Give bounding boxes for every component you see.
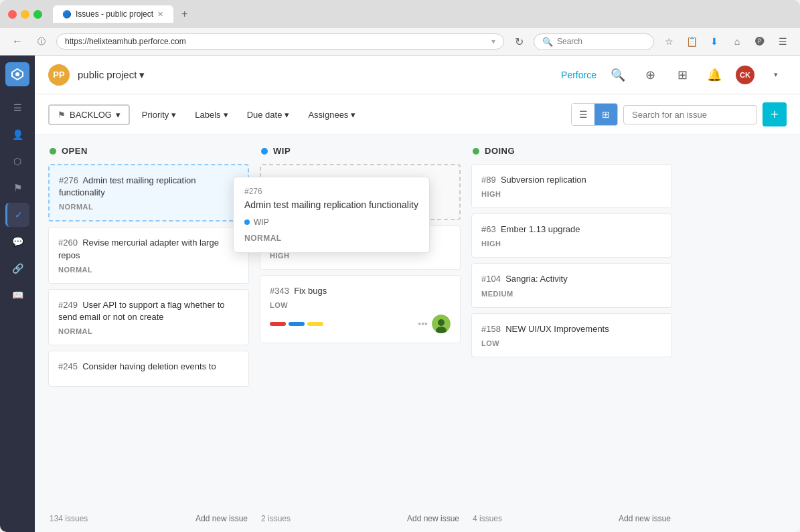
browser-search-icon: 🔍 [542,37,553,47]
card-249[interactable]: #249 User API to support a flag whether … [48,289,249,345]
card-89[interactable]: #89 Subversion replication HIGH [471,164,672,208]
grid-view-button[interactable]: ⊞ [594,104,617,125]
header-grid-button[interactable]: ⊞ [671,64,693,86]
header-add-button[interactable]: ⊕ [639,64,661,86]
due-date-filter-button[interactable]: Due date ▾ [240,106,297,124]
kanban-column-open: OPEN #276 Admin test mailing replication… [48,146,249,523]
card-104-priority: MEDIUM [481,290,662,298]
card-63[interactable]: #63 Ember 1.13 upgrade HIGH [471,213,672,258]
wip-issues-count: 2 issues [261,514,291,523]
card-343-options[interactable]: ••• [418,319,428,329]
card-158[interactable]: #158 NEW UI/UX Improvements LOW [471,313,672,357]
header-bell-button[interactable]: 🔔 [704,64,725,86]
doing-issues-count: 4 issues [473,514,502,523]
sidebar-logo[interactable] [5,62,29,86]
assignees-filter-button[interactable]: Assignees ▾ [301,106,362,124]
add-issue-button[interactable]: + [763,102,787,126]
sidebar-item-docs[interactable]: 📖 [5,283,29,307]
sidebar-item-flag[interactable]: ⚑ [5,176,29,200]
column-header-wip: WIP [260,146,461,156]
card-343-priority: LOW [270,301,451,309]
dropdown-status-dot [244,219,250,225]
due-date-label: Due date [247,110,283,120]
issue-search-input[interactable] [623,105,757,124]
tag-blue [289,322,305,326]
card-158-title: #158 NEW UI/UX Improvements [481,323,662,335]
sidebar-item-issues[interactable]: ✓ [5,203,29,227]
sidebar: ☰ 👤 ⬡ ⚑ ✓ 💬 🔗 📖 [0,56,35,532]
column-header-open: OPEN [48,146,249,156]
new-tab-button[interactable]: + [181,8,187,20]
header-user-dropdown[interactable]: ▾ [765,64,787,86]
priority-dropdown[interactable]: #276 Admin test mailing replication func… [233,177,430,253]
download-icon[interactable]: ⬇ [705,32,724,51]
dropdown-status-text: WIP [254,217,269,227]
browser-toolbar: ← ⓘ https://helixteamhub.perforce.com ▾ … [0,28,800,56]
browser-search-input[interactable] [557,37,637,46]
project-initials: PP [53,70,64,80]
sidebar-item-users[interactable]: 👤 [5,122,29,147]
sidebar-item-database[interactable]: ⬡ [5,149,29,173]
app-header: PP public project ▾ Perforce 🔍 ⊕ ⊞ 🔔 CK … [35,56,800,94]
backlog-button[interactable]: ⚑ BACKLOG ▾ [48,104,130,125]
doing-column-title: DOING [485,146,515,156]
card-276-priority: NORMAL [59,203,238,211]
user-avatar[interactable]: CK [736,66,754,84]
sidebar-item-menu[interactable]: ☰ [5,96,29,120]
priority-chevron-icon: ▾ [171,110,176,120]
sidebar-item-links[interactable]: 🔗 [5,256,29,280]
browser-tab[interactable]: 🔵 Issues - public project ✕ [53,5,173,23]
perforce-link[interactable]: Perforce [561,70,596,80]
open-add-issue-link[interactable]: Add new issue [195,514,248,523]
header-search-button[interactable]: 🔍 [607,64,629,86]
kanban-board: #276 Admin test mailing replication func… [35,135,800,532]
project-dropdown-icon: ▾ [139,69,145,81]
assignees-chevron-icon: ▾ [351,110,355,120]
backlog-flag-icon: ⚑ [58,110,66,120]
dropdown-issue-title: Admin test mailing replication functiona… [244,199,418,212]
dropdown-priority-label: NORMAL [244,234,418,243]
card-104[interactable]: #104 Sangria: Activity MEDIUM [471,263,672,307]
pocket-icon[interactable]: 🅟 [750,32,769,51]
header-right: Perforce 🔍 ⊕ ⊞ 🔔 CK ▾ [561,64,787,86]
column-header-doing: DOING [471,146,672,156]
traffic-light-minimize[interactable] [21,10,29,19]
address-bar[interactable]: https://helixteamhub.perforce.com ▾ [56,33,504,50]
svg-point-1 [15,72,19,76]
card-260-priority: NORMAL [58,266,239,274]
filters-bar: ⚑ BACKLOG ▾ Priority ▾ Labels ▾ Due date… [35,94,800,135]
menu-icon[interactable]: ☰ [773,32,792,51]
backlog-chevron: ▾ [116,110,121,120]
card-89-priority: HIGH [481,190,662,198]
info-button[interactable]: ⓘ [32,32,51,51]
traffic-light-maximize[interactable] [33,10,42,19]
sidebar-item-chat[interactable]: 💬 [5,230,29,254]
browser-search-bar[interactable]: 🔍 [534,33,654,50]
main-content: PP public project ▾ Perforce 🔍 ⊕ ⊞ 🔔 CK … [35,56,800,532]
reload-button[interactable]: ↻ [509,32,528,51]
home-icon[interactable]: ⌂ [728,32,746,51]
wip-add-issue-link[interactable]: Add new issue [407,514,459,523]
project-avatar: PP [48,64,70,86]
priority-filter-button[interactable]: Priority ▾ [135,106,183,124]
back-button[interactable]: ← [8,32,27,51]
doing-add-issue-link[interactable]: Add new issue [619,514,671,523]
project-name-button[interactable]: public project ▾ [78,69,145,81]
tab-close-icon[interactable]: ✕ [157,10,163,19]
card-343[interactable]: #343 Fix bugs LOW ••• [260,275,461,343]
card-63-priority: HIGH [481,240,662,248]
list-view-button[interactable]: ☰ [572,104,594,125]
traffic-lights [8,10,42,19]
traffic-light-close[interactable] [8,10,17,19]
labels-filter-button[interactable]: Labels ▾ [188,106,234,124]
svg-point-3 [438,319,445,326]
card-276[interactable]: #276 Admin test mailing replication func… [48,164,249,221]
screenshot-icon[interactable]: 📋 [682,32,701,51]
card-24-priority: HIGH [270,252,451,260]
browser-frame: 🔵 Issues - public project ✕ + ← ⓘ https:… [0,0,800,532]
bookmark-icon[interactable]: ☆ [659,32,678,51]
card-245[interactable]: #245 Consider having deletion events to [48,351,249,387]
card-260[interactable]: #260 Revise mercurial adapter with large… [48,227,249,283]
open-column-title: OPEN [62,146,88,156]
backlog-label: BACKLOG [70,110,112,120]
